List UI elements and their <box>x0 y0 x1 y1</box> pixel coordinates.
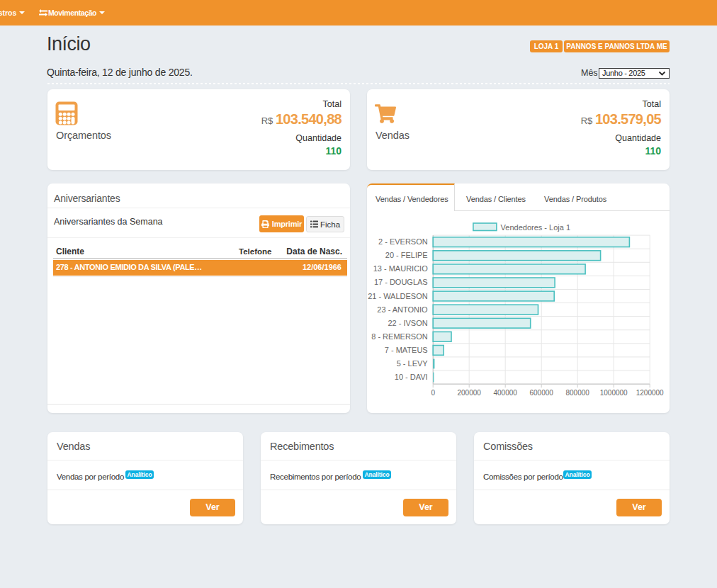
svg-text:22 - IVSON: 22 - IVSON <box>388 319 427 327</box>
svg-text:800000: 800000 <box>566 389 590 397</box>
svg-text:2 - EVERSON: 2 - EVERSON <box>378 237 428 246</box>
svg-text:600000: 600000 <box>530 389 554 397</box>
svg-text:400000: 400000 <box>494 389 518 397</box>
svg-text:5 - LEVY: 5 - LEVY <box>397 359 429 368</box>
svg-text:7 - MATEUS: 7 - MATEUS <box>385 346 428 354</box>
svg-text:10 - DAVI: 10 - DAVI <box>395 373 428 381</box>
svg-text:200000: 200000 <box>458 389 482 397</box>
svg-text:8 - REMERSON: 8 - REMERSON <box>371 332 428 341</box>
svg-text:21 - WALDESON: 21 - WALDESON <box>368 292 428 300</box>
svg-text:17 - DOUGLAS: 17 - DOUGLAS <box>374 278 428 286</box>
svg-text:0: 0 <box>431 389 435 397</box>
svg-text:Vendedores - Loja 1: Vendedores - Loja 1 <box>501 223 570 232</box>
svg-text:1200000: 1200000 <box>636 389 664 397</box>
svg-text:23 - ANTONIO: 23 - ANTONIO <box>377 305 428 314</box>
svg-text:20 - FELIPE: 20 - FELIPE <box>385 251 428 259</box>
svg-text:1000000: 1000000 <box>600 389 628 397</box>
svg-text:13 - MAURICIO: 13 - MAURICIO <box>373 264 428 273</box>
